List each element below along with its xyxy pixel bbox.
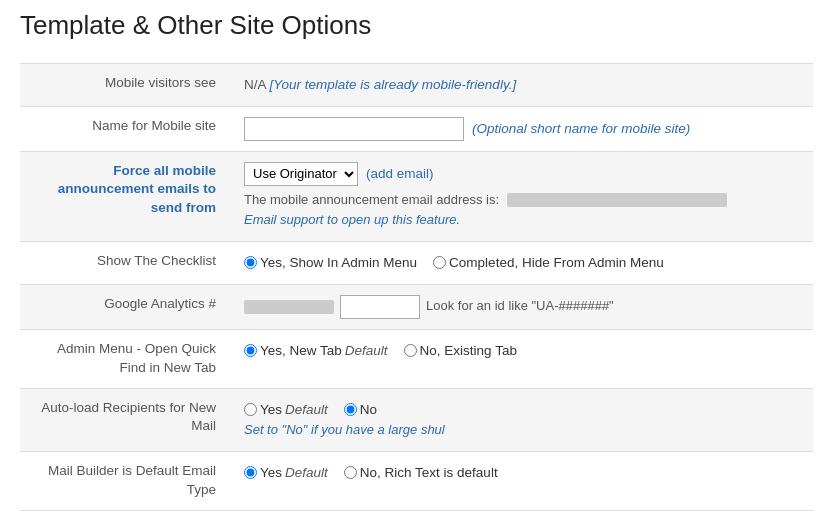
mobile-name-note: (Optional short name for mobile site) (472, 121, 690, 136)
value-show-checklist: Yes, Show In Admin MenuCompleted, Hide F… (230, 242, 813, 285)
blue-label-force-mobile: Force all mobile announcement emails to … (58, 163, 216, 216)
radio-group-quick-find: Yes, New Tab DefaultNo, Existing Tab (244, 340, 799, 362)
radio-italic-email-type-yes: Default (285, 462, 328, 484)
radio-item-quick-find-no: No, Existing Tab (404, 340, 517, 362)
radio-label-auto-load-yes: Yes (260, 399, 282, 421)
radio-label-show-checklist-completed: Completed, Hide From Admin Menu (449, 252, 664, 274)
radio-label-auto-load-no: No (360, 399, 377, 421)
radio-label-email-type-no: No, Rich Text is default (360, 462, 498, 484)
label-mobile-visitors: Mobile visitors see (20, 64, 230, 107)
email-note-text: The mobile announcement email address is… (244, 192, 503, 207)
settings-row-show-checklist: Show The ChecklistYes, Show In Admin Men… (20, 242, 813, 285)
radio-italic-quick-find-yes: Default (345, 340, 388, 362)
value-force-mobile: Use OriginatorCustom Email(add email)The… (230, 151, 813, 242)
value-email-type: Yes DefaultNo, Rich Text is default (230, 451, 813, 510)
mobile-email-note: The mobile announcement email address is… (244, 190, 799, 211)
add-email-link[interactable]: (add email) (366, 166, 434, 181)
radio-label-quick-find-yes: Yes, New Tab (260, 340, 342, 362)
radio-item-quick-find-yes: Yes, New Tab Default (244, 340, 388, 362)
ga-row: UA-XXXXXXXLook for an id like "UA-######… (244, 295, 799, 319)
settings-row-mobile-name: Name for Mobile site(Optional short name… (20, 106, 813, 151)
label-show-checklist: Show The Checklist (20, 242, 230, 285)
radio-group-email-type: Yes DefaultNo, Rich Text is default (244, 462, 799, 484)
radio-quick-find-no[interactable] (404, 344, 417, 357)
email-support-note: Email support to open up this feature. (244, 210, 799, 231)
page-title: Template & Other Site Options (20, 10, 813, 47)
radio-auto-load-yes[interactable] (244, 403, 257, 416)
radio-label-show-checklist-yes: Yes, Show In Admin Menu (260, 252, 417, 274)
settings-row-force-mobile: Force all mobile announcement emails to … (20, 151, 813, 242)
label-auto-load: Auto-load Recipients for New Mail (20, 388, 230, 451)
value-mobile-name: (Optional short name for mobile site) (230, 106, 813, 151)
radio-group-show-checklist: Yes, Show In Admin MenuCompleted, Hide F… (244, 252, 799, 274)
radio-email-type-yes[interactable] (244, 466, 257, 479)
value-quick-find: Yes, New Tab DefaultNo, Existing Tab (230, 329, 813, 388)
settings-row-email-type: Mail Builder is Default Email TypeYes De… (20, 451, 813, 510)
radio-quick-find-yes[interactable] (244, 344, 257, 357)
force-mobile-select[interactable]: Use OriginatorCustom Email (244, 162, 358, 186)
label-google-analytics: Google Analytics # (20, 284, 230, 329)
radio-item-email-type-yes: Yes Default (244, 462, 328, 484)
label-force-mobile: Force all mobile announcement emails to … (20, 151, 230, 242)
ga-blurred-value: UA-XXXXXXX (244, 300, 334, 314)
radio-item-show-checklist-yes: Yes, Show In Admin Menu (244, 252, 417, 274)
radio-item-email-type-no: No, Rich Text is default (344, 462, 498, 484)
settings-row-mobile-visitors: Mobile visitors seeN/A [Your template is… (20, 64, 813, 107)
ga-hint: Look for an id like "UA-#######" (426, 296, 614, 317)
mobile-name-input[interactable] (244, 117, 464, 141)
radio-label-quick-find-no: No, Existing Tab (420, 340, 517, 362)
value-mobile-visitors: N/A [Your template is already mobile-fri… (230, 64, 813, 107)
radio-email-type-no[interactable] (344, 466, 357, 479)
radio-show-checklist-yes[interactable] (244, 256, 257, 269)
settings-row-quick-find: Admin Menu - Open Quick Find in New TabY… (20, 329, 813, 388)
radio-auto-load-no[interactable] (344, 403, 357, 416)
radio-show-checklist-completed[interactable] (433, 256, 446, 269)
radio-item-show-checklist-completed: Completed, Hide From Admin Menu (433, 252, 664, 274)
radio-item-auto-load-yes: Yes Default (244, 399, 328, 421)
settings-row-google-analytics: Google Analytics #UA-XXXXXXXLook for an … (20, 284, 813, 329)
settings-row-auto-load: Auto-load Recipients for New MailYes Def… (20, 388, 813, 451)
ga-input[interactable] (340, 295, 420, 319)
label-email-type: Mail Builder is Default Email Type (20, 451, 230, 510)
label-mobile-name: Name for Mobile site (20, 106, 230, 151)
sub-note-auto-load: Set to "No" if you have a large shul (244, 420, 799, 441)
blurred-email-address: hidden@email.com (507, 193, 727, 207)
label-quick-find: Admin Menu - Open Quick Find in New Tab (20, 329, 230, 388)
radio-item-auto-load-no: No (344, 399, 377, 421)
radio-group-auto-load: Yes DefaultNo (244, 399, 799, 421)
radio-label-email-type-yes: Yes (260, 462, 282, 484)
settings-table: Mobile visitors seeN/A [Your template is… (20, 63, 813, 511)
value-google-analytics: UA-XXXXXXXLook for an id like "UA-######… (230, 284, 813, 329)
radio-italic-auto-load-yes: Default (285, 399, 328, 421)
na-text: N/A (244, 77, 270, 92)
value-auto-load: Yes DefaultNoSet to "No" if you have a l… (230, 388, 813, 451)
mobile-friendly-note: [Your template is already mobile-friendl… (270, 77, 517, 92)
